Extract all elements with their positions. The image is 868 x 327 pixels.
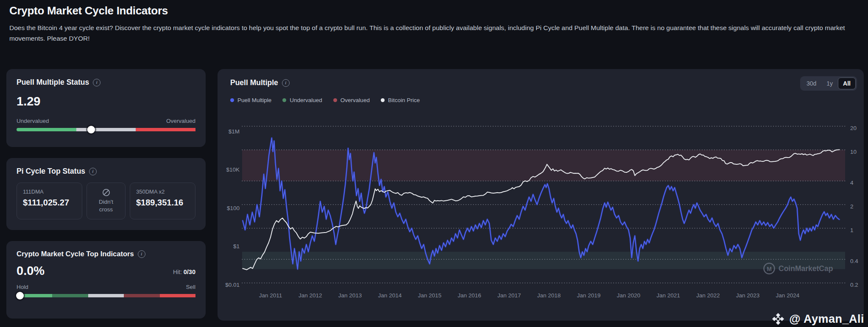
legend-dot: [230, 98, 234, 102]
top-indicators-value: 0.0%: [17, 264, 45, 278]
pi-cycle-350dma-value: $189,351.16: [136, 198, 189, 208]
x-axis-tick: Jan 2011: [259, 292, 282, 299]
info-icon[interactable]: i: [89, 168, 97, 175]
legend-dot: [381, 98, 385, 102]
x-axis-tick: Jan 2012: [299, 292, 322, 299]
crypto-market-cycle-page: { "page": { "title": "Crypto Market Cycl…: [0, 0, 868, 327]
chart-legend: Puell MultipleUndervaluedOvervaluedBitco…: [230, 97, 420, 103]
pi-cycle-title: Pi Cycle Top Status: [17, 167, 85, 176]
slider-knob[interactable]: [16, 292, 24, 299]
right-axis-tick: 4: [850, 180, 854, 186]
legend-dot: [333, 98, 337, 102]
x-axis-tick: Jan 2015: [418, 292, 441, 299]
pi-cycle-top-status-card: Pi Cycle Top Status i 111DMA $111,025.27…: [6, 158, 206, 230]
left-axis-tick: $0.01: [225, 282, 240, 288]
band-undervalued: [242, 252, 845, 269]
hold-label: Hold: [17, 284, 28, 290]
legend-item-overvalued[interactable]: Overvalued: [333, 97, 370, 103]
page-title: Crypto Market Cycle Indicators: [9, 4, 860, 17]
top-indicators-title: Crypto Market Cycle Top Indicators: [17, 250, 134, 258]
info-icon[interactable]: i: [138, 250, 145, 258]
info-icon[interactable]: i: [282, 79, 290, 87]
band-overvalued: [242, 150, 845, 181]
page-header: Crypto Market Cycle Indicators Does the …: [9, 4, 860, 44]
undervalued-label: Undervalued: [17, 118, 49, 124]
slider-segment: [136, 128, 195, 131]
cycle-top-indicators-card: Crypto Market Cycle Top Indicators i 0.0…: [6, 241, 206, 319]
svg-text:CoinMarketCap: CoinMarketCap: [779, 264, 833, 273]
right-axis-tick: 10: [850, 149, 857, 155]
x-axis-tick: Jan 2016: [458, 292, 481, 299]
x-axis-tick: Jan 2017: [497, 292, 521, 299]
chart-title: Puell Multiple: [230, 78, 278, 87]
x-axis-tick: Jan 2023: [736, 292, 760, 299]
x-axis-tick: Jan 2018: [537, 292, 561, 299]
legend-item-undervalued[interactable]: Undervalued: [282, 97, 322, 103]
x-axis-tick: Jan 2021: [656, 292, 680, 299]
top-indicators-slider[interactable]: [17, 294, 195, 297]
puell-multiple-chart[interactable]: $1M$10K$100$1$0.0120104210.40.2Jan 2011J…: [218, 69, 864, 321]
slider-segment: [52, 294, 88, 297]
svg-text:M: M: [767, 266, 772, 272]
legend-dot: [282, 98, 286, 102]
left-axis-tick: $100: [227, 205, 240, 211]
pi-cycle-350dma-box: 350DMA x2 $189,351.16: [130, 183, 195, 219]
legend-item-puell-multiple[interactable]: Puell Multiple: [230, 97, 271, 103]
range-button-all[interactable]: All: [838, 78, 856, 89]
pi-cycle-111dma-box: 111DMA $111,025.27: [17, 183, 82, 219]
slider-segment: [17, 128, 76, 131]
didnt-cross-line1: Didn't: [99, 199, 113, 205]
hit-counter: Hit: 0/30: [173, 269, 195, 278]
right-axis-tick: 0.4: [850, 258, 858, 264]
pi-cycle-cross-status-box: Didn't cross: [87, 183, 126, 219]
slider-segment: [160, 294, 195, 297]
slider-segment: [88, 294, 124, 297]
no-cross-icon: [102, 188, 110, 197]
time-range-selector: 30d 1y All: [800, 76, 857, 91]
puell-status-value: 1.29: [17, 94, 195, 108]
x-axis-tick: Jan 2014: [378, 292, 402, 299]
right-axis-tick: 0.2: [850, 282, 858, 288]
sell-label: Sell: [186, 284, 195, 290]
puell-multiple-status-card: Puell Multiple Status i 1.29 Undervalued…: [6, 69, 206, 147]
left-axis-tick: $1M: [229, 128, 240, 135]
pi-cycle-350dma-label: 350DMA x2: [136, 188, 189, 195]
info-icon[interactable]: i: [93, 79, 100, 86]
attribution: @ Ayman_Ali: [771, 312, 864, 326]
x-axis-tick: Jan 2024: [776, 292, 800, 299]
x-axis-tick: Jan 2013: [338, 292, 362, 299]
slider-segment: [124, 294, 159, 297]
range-button-1y[interactable]: 1y: [821, 78, 838, 89]
puell-status-slider[interactable]: [17, 128, 195, 131]
attribution-handle: @ Ayman_Ali: [789, 313, 864, 326]
puell-status-title: Puell Multiple Status: [17, 78, 89, 87]
slider-segment: [76, 128, 136, 131]
binance-diamond-icon: [771, 312, 785, 326]
range-button-30d[interactable]: 30d: [801, 78, 821, 89]
left-axis-tick: $10K: [226, 166, 240, 173]
slider-knob[interactable]: [87, 126, 95, 133]
puell-multiple-chart-card: $1M$10K$100$1$0.0120104210.40.2Jan 2011J…: [218, 69, 864, 321]
pi-cycle-111dma-label: 111DMA: [23, 188, 76, 195]
page-description: Does the Bitcoin 4 year cycle exist? Dis…: [9, 22, 860, 44]
x-axis-tick: Jan 2020: [617, 292, 640, 299]
pi-cycle-111dma-value: $111,025.27: [23, 198, 76, 208]
x-axis-tick: Jan 2019: [577, 292, 601, 299]
right-axis-tick: 20: [850, 125, 857, 131]
legend-item-bitcoin-price[interactable]: Bitcoin Price: [381, 97, 420, 103]
didnt-cross-line2: cross: [99, 206, 113, 213]
left-axis-tick: $1: [233, 243, 240, 249]
right-axis-tick: 2: [850, 203, 854, 210]
left-column: Puell Multiple Status i 1.29 Undervalued…: [6, 69, 206, 319]
right-axis-tick: 1: [850, 227, 854, 233]
hit-counter-value: 0/30: [184, 269, 195, 275]
x-axis-tick: Jan 2022: [696, 292, 720, 299]
overvalued-label: Overvalued: [166, 118, 195, 124]
